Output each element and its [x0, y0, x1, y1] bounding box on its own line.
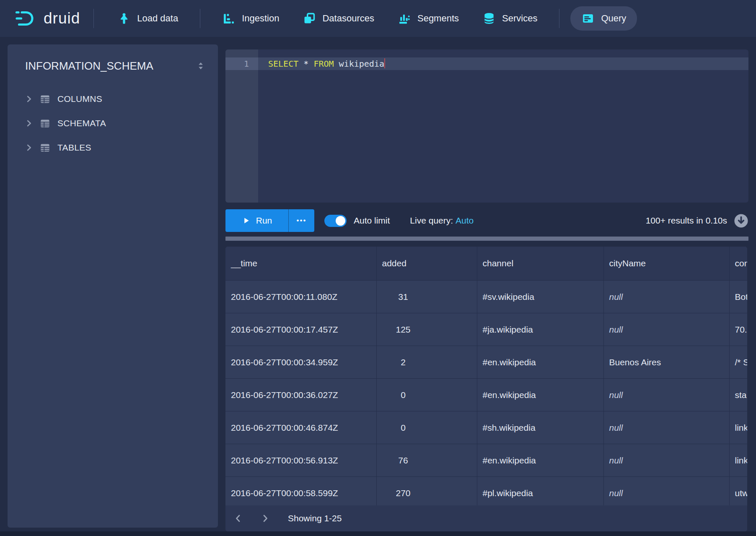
results-table: __timeaddedchannelcityNamecom 2016-06-27… — [225, 247, 747, 510]
cell-time[interactable]: 2016-06-27T00:00:11.080Z — [225, 281, 376, 313]
sql-token-operator: * — [303, 59, 308, 69]
navbar-items: Load dataIngestionDatasourcesSegmentsSer… — [94, 6, 637, 31]
chevron-right-icon[interactable] — [24, 119, 34, 128]
schema-tree-item-columns[interactable]: COLUMNS — [8, 87, 218, 111]
table-row: 2016-06-27T00:00:34.959Z2#en.wikipediaBu… — [225, 346, 747, 379]
cell-channel[interactable]: #ja.wikipedia — [477, 313, 603, 346]
nav-item-load-data[interactable]: Load data — [117, 12, 178, 25]
cell-channel[interactable]: #en.wikipedia — [477, 379, 603, 411]
editor-code-line[interactable]: SELECT * FROM wikipedia — [268, 57, 385, 70]
pagination-footer: Showing 1-25 — [225, 505, 747, 531]
editor-line-number: 1 — [225, 57, 249, 70]
cell-com[interactable]: link — [729, 444, 747, 477]
prev-page-icon[interactable] — [233, 513, 243, 523]
nav-item-datasources[interactable]: Datasources — [303, 12, 374, 25]
cell-time[interactable]: 2016-06-27T00:00:17.457Z — [225, 313, 376, 346]
cell-cityName[interactable]: null — [603, 313, 729, 346]
cell-cityName[interactable]: null — [603, 281, 729, 313]
nav-item-ingestion[interactable]: Ingestion — [222, 12, 279, 25]
cell-cityName[interactable]: null — [603, 379, 729, 411]
column-header-added[interactable]: added — [376, 247, 477, 281]
auto-limit-toggle[interactable] — [324, 215, 347, 227]
tree-item-label: TABLES — [57, 143, 91, 153]
live-query: Live query:Auto — [410, 216, 474, 226]
cell-cityName[interactable]: null — [603, 411, 729, 444]
nav-item-query[interactable]: Query — [570, 6, 637, 31]
column-header-cityName[interactable]: cityName — [603, 247, 729, 281]
table-row: 2016-06-27T00:00:46.874Z0#sh.wikipedianu… — [225, 411, 747, 444]
results-panel: __timeaddedchannelcityNamecom 2016-06-27… — [225, 247, 747, 531]
cell-com[interactable]: 70. — [729, 313, 747, 346]
table-row: 2016-06-27T00:00:56.913Z76#en.wikipedian… — [225, 444, 747, 477]
results-header-row: __timeaddedchannelcityNamecom — [225, 247, 747, 281]
cell-channel[interactable]: #sv.wikipedia — [477, 281, 603, 313]
chevron-right-icon[interactable] — [24, 94, 34, 104]
editor-gutter — [225, 49, 258, 203]
cell-added[interactable]: 76 — [376, 444, 477, 477]
sql-token-keyword: FROM — [313, 59, 334, 69]
cell-added[interactable]: 0 — [376, 379, 477, 411]
ingestion-icon — [222, 12, 236, 25]
cell-channel[interactable]: #en.wikipedia — [477, 444, 603, 477]
cell-cityName[interactable]: null — [603, 444, 729, 477]
sql-token-keyword: SELECT — [268, 59, 298, 69]
column-header-channel[interactable]: channel — [477, 247, 603, 281]
double-caret-sort-icon[interactable] — [195, 60, 206, 71]
cell-cityName[interactable]: null — [603, 477, 729, 510]
cell-com[interactable]: /* S — [729, 346, 747, 379]
results-horizontal-scrollbar[interactable] — [225, 237, 748, 241]
cell-time[interactable]: 2016-06-27T00:00:56.913Z — [225, 444, 376, 477]
navbar: druid Load dataIngestionDatasourcesSegme… — [0, 0, 756, 37]
cell-time[interactable]: 2016-06-27T00:00:46.874Z — [225, 411, 376, 444]
tree-item-label: COLUMNS — [57, 94, 102, 104]
sql-token-plain — [308, 59, 313, 69]
cell-time[interactable]: 2016-06-27T00:00:58.599Z — [225, 477, 376, 510]
sql-token-plain — [298, 59, 303, 69]
bottom-strip — [0, 531, 756, 536]
schema-tree-item-tables[interactable]: TABLES — [8, 135, 218, 160]
table-row: 2016-06-27T00:00:17.457Z125#ja.wikipedia… — [225, 313, 747, 346]
cell-com[interactable]: link — [729, 411, 747, 444]
cell-added[interactable]: 0 — [376, 411, 477, 444]
column-header-time[interactable]: __time — [225, 247, 376, 281]
navbar-divider — [200, 9, 200, 28]
cell-time[interactable]: 2016-06-27T00:00:36.027Z — [225, 379, 376, 411]
cell-com[interactable]: Bot — [729, 281, 747, 313]
next-page-icon[interactable] — [260, 513, 270, 523]
cell-channel[interactable]: #sh.wikipedia — [477, 411, 603, 444]
table-row: 2016-06-27T00:00:11.080Z31#sv.wikipedian… — [225, 281, 747, 313]
ellipsis-icon: ••• — [297, 216, 307, 225]
sql-editor[interactable]: 1 SELECT * FROM wikipedia — [225, 49, 748, 203]
nav-item-services[interactable]: Services — [482, 12, 537, 25]
cell-channel[interactable]: #pl.wikipedia — [477, 477, 603, 510]
cell-added[interactable]: 270 — [376, 477, 477, 510]
cell-com[interactable]: utw — [729, 477, 747, 510]
run-button-label: Run — [256, 216, 272, 226]
chevron-right-icon[interactable] — [24, 143, 34, 152]
cell-added[interactable]: 31 — [376, 281, 477, 313]
cell-time[interactable]: 2016-06-27T00:00:34.959Z — [225, 346, 376, 379]
download-results-icon[interactable] — [734, 213, 748, 228]
cell-channel[interactable]: #en.wikipedia — [477, 346, 603, 379]
schema-tree-item-schemata[interactable]: SCHEMATA — [8, 111, 218, 135]
play-icon — [242, 216, 256, 225]
live-query-label: Live query: — [410, 216, 453, 225]
navbar-divider — [559, 9, 559, 28]
run-bar: Run ••• Auto limit Live query:Auto 100+ … — [225, 209, 748, 232]
cell-com[interactable]: sta — [729, 379, 747, 411]
nav-item-segments[interactable]: Segments — [398, 12, 459, 25]
column-header-com[interactable]: com — [729, 247, 747, 281]
table-icon — [39, 94, 51, 105]
toggle-knob — [336, 216, 345, 226]
cell-added[interactable]: 2 — [376, 346, 477, 379]
run-button[interactable]: Run — [225, 209, 288, 232]
cell-cityName[interactable]: Buenos Aires — [603, 346, 729, 379]
datasources-icon — [303, 12, 316, 25]
results-summary: 100+ results in 0.10s — [646, 216, 727, 226]
druid-logo[interactable]: druid — [15, 9, 80, 28]
table-icon — [39, 118, 51, 129]
schema-title: INFORMATION_SCHEMA — [25, 60, 153, 72]
cell-added[interactable]: 125 — [376, 313, 477, 346]
live-query-value[interactable]: Auto — [456, 216, 474, 225]
run-more-button[interactable]: ••• — [288, 209, 314, 232]
